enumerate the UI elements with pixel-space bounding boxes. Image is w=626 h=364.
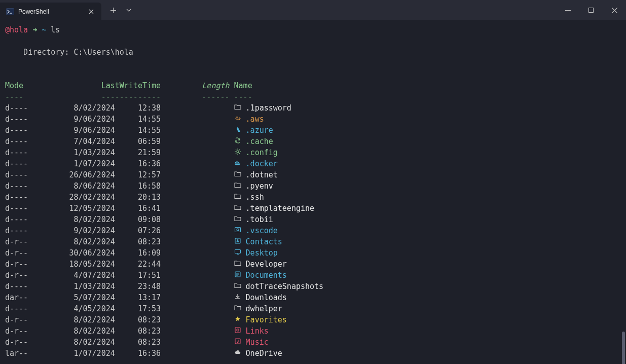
file-mode: dar-- [5,293,28,302]
svg-rect-9 [236,161,237,162]
scrollbar-thumb[interactable] [622,332,625,364]
folder-icon [234,281,241,292]
file-mode: d-r-- [5,260,28,269]
file-name: .ssh [246,193,264,202]
file-name: .templateengine [246,204,314,213]
file-name: dwhelper [246,304,282,313]
svg-rect-10 [235,228,240,232]
file-date: 9/02/2024 [28,226,115,235]
file-length [161,304,229,313]
tab-dropdown-button[interactable] [123,3,135,18]
prompt-line: @hola ➜ ~ ls [5,24,621,35]
file-name: .dotnet [246,170,278,179]
file-mode: d---- [5,126,28,135]
file-time: 08:23 [115,338,161,347]
directory-line: Directory: C:\Users\hola [5,47,621,58]
terminal-viewport[interactable]: @hola ➜ ~ ls Directory: C:\Users\hola Mo… [0,20,626,364]
folder-icon [234,169,241,180]
list-item: d---- 9/06/2024 14:55 .aws [5,114,621,125]
file-length [161,204,229,213]
header-dashes: ---- ------------- ------ ---- [5,91,621,102]
list-item: d-r-- 30/06/2024 16:09 Desktop [5,247,621,259]
file-mode: d---- [5,115,28,124]
file-mode: d---- [5,159,28,168]
tab-powershell[interactable]: PowerShell [0,3,101,20]
file-mode: lar-- [5,349,28,358]
file-length [161,215,229,224]
file-mode: d---- [5,148,28,157]
file-mode: d---- [5,181,28,191]
file-length [161,148,229,157]
close-window-button[interactable] [603,0,626,20]
file-date: 8/02/2024 [28,326,115,336]
file-mode: d---- [5,193,28,202]
file-mode: d---- [5,137,28,146]
tab-title: PowerShell [18,8,77,15]
svg-rect-7 [236,162,237,163]
file-mode: d---- [5,304,28,313]
file-time: 22:44 [115,260,161,269]
file-time: 09:08 [115,215,161,224]
file-mode: d---- [5,103,28,113]
file-length [161,159,229,168]
file-name: Links [246,326,269,336]
file-length [161,293,229,302]
list-item: d-r-- 4/07/2024 17:51 Documents [5,270,621,281]
file-name: Desktop [246,248,278,258]
folder-icon [234,203,241,214]
svg-point-4 [237,117,238,118]
list-item: d---- 28/02/2024 20:13 .ssh [5,192,621,203]
file-date: 8/06/2024 [28,181,115,191]
minimize-button[interactable] [556,0,579,20]
file-date: 4/07/2024 [28,271,115,280]
folder-icon [234,214,241,225]
file-date: 1/03/2024 [28,282,115,291]
file-time: 16:09 [115,248,161,258]
file-length [161,326,229,336]
file-time: 17:53 [115,304,161,313]
svg-rect-8 [238,162,239,163]
tab-close-button[interactable] [87,8,95,16]
file-name: Music [246,338,269,347]
list-item: d-r-- 8/02/2024 08:23 Music [5,337,621,348]
file-name: .docker [246,159,278,168]
file-date: 5/07/2024 [28,293,115,302]
prompt-user: @hola [5,25,28,34]
file-date: 30/06/2024 [28,248,115,258]
folder-icon [234,180,241,192]
file-time: 08:23 [115,237,161,246]
file-name: .aws [246,115,264,124]
file-name: OneDrive [246,349,282,358]
file-date: 18/05/2024 [28,260,115,269]
list-item: lar-- 1/07/2024 16:36 OneDrive [5,348,621,359]
file-length [161,226,229,235]
file-date: 12/05/2024 [28,204,115,213]
file-date: 1/03/2024 [28,148,115,157]
file-name: Documents [246,271,287,280]
file-date: 1/07/2024 [28,349,115,358]
folder-icon [234,259,241,270]
file-length [161,193,229,202]
file-length [161,126,229,135]
gear-icon [234,147,241,158]
links-icon [234,325,241,337]
file-length [161,137,229,146]
svg-point-13 [237,239,238,241]
new-tab-button[interactable] [104,3,122,18]
file-date: 9/06/2024 [28,115,115,124]
file-mode: d---- [5,282,28,291]
file-length [161,282,229,291]
file-time: 16:58 [115,181,161,191]
list-item: d---- 9/06/2024 14:55 .azure [5,125,621,136]
file-name: .config [246,148,278,157]
file-mode: d-r-- [5,326,28,336]
file-length [161,115,229,124]
favorites-icon [234,314,241,325]
file-length [161,315,229,324]
file-time: 12:57 [115,170,161,179]
folder-icon [234,303,241,314]
file-date: 9/06/2024 [28,126,115,135]
list-item: d-r-- 8/02/2024 08:23 Favorites [5,314,621,325]
maximize-button[interactable] [579,0,603,20]
powershell-icon [6,8,14,16]
